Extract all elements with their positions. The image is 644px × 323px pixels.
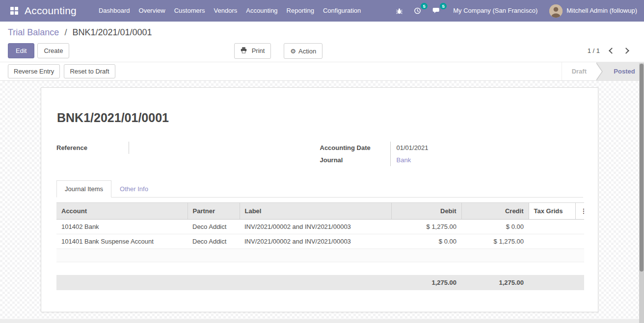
messages-badge: 5	[440, 3, 447, 9]
cell-debit[interactable]: $ 1,275.00	[391, 220, 461, 234]
tab-journal-items[interactable]: Journal Items	[56, 180, 111, 198]
column-header-label[interactable]: Label	[240, 203, 391, 220]
pager-next-button[interactable]	[623, 48, 629, 54]
action-button[interactable]: ⚙Action	[284, 43, 322, 59]
menu-dashboard[interactable]: Dashboard	[94, 0, 134, 22]
reset-to-draft-button[interactable]: Reset to Draft	[64, 64, 115, 78]
gear-icon: ⚙	[290, 48, 296, 55]
top-navbar: Accounting Dashboard Overview Customers …	[0, 0, 644, 22]
breadcrumb: Trial Balance / BNK1/2021/01/0001	[0, 22, 644, 41]
status-arrow-divider	[596, 62, 605, 80]
field-group-left: Reference	[56, 142, 320, 166]
breadcrumb-current: BNK1/2021/01/0001	[72, 27, 152, 37]
vertical-scrollbar-track[interactable]	[639, 63, 644, 323]
column-header-tax-grids[interactable]: Tax Grids	[529, 203, 575, 220]
column-header-credit[interactable]: Credit	[461, 203, 529, 220]
menu-accounting[interactable]: Accounting	[242, 0, 282, 22]
cell-account[interactable]: 101401 Bank Suspense Account	[56, 234, 188, 249]
optional-columns-icon[interactable]: ⋮	[575, 203, 584, 220]
reference-value	[129, 142, 135, 154]
print-button[interactable]: Print	[234, 43, 271, 59]
cell-credit[interactable]: $ 0.00	[461, 220, 529, 234]
user-avatar[interactable]	[549, 4, 563, 18]
pager: 1 / 1	[588, 47, 636, 54]
cell-partner[interactable]: Deco Addict	[188, 220, 240, 234]
accounting-date-label: Accounting Date	[320, 142, 391, 154]
notebook-tabs: Journal Items Other Info	[56, 180, 583, 198]
action-button-label: Action	[298, 48, 316, 55]
create-button[interactable]: Create	[37, 43, 69, 58]
column-header-partner[interactable]: Partner	[188, 203, 240, 220]
navbar-right: 5 5 My Company (San Francisco) Mitchell …	[390, 0, 644, 22]
breadcrumb-separator: /	[61, 27, 70, 37]
menu-overview[interactable]: Overview	[134, 0, 170, 22]
cell-debit[interactable]: $ 0.00	[391, 234, 461, 249]
cell-tax-grids[interactable]	[529, 234, 575, 249]
form-view-background: BNK1/2021/01/0001 Reference Accounting D…	[0, 81, 644, 323]
center-buttons: Print ⚙Action	[234, 43, 322, 59]
edit-button[interactable]: Edit	[8, 43, 34, 58]
journal-items-table: Account Partner Label Debit Credit Tax G…	[56, 202, 584, 262]
apps-grid-icon[interactable]	[10, 7, 18, 15]
menu-reporting[interactable]: Reporting	[282, 0, 319, 22]
vertical-scrollbar-thumb[interactable]	[640, 64, 644, 272]
table-row[interactable]: 101401 Bank Suspense Account Deco Addict…	[56, 234, 584, 249]
print-button-label: Print	[252, 47, 265, 54]
journal-field-row: Journal Bank	[320, 154, 584, 166]
journal-label: Journal	[320, 154, 391, 166]
cell-account[interactable]: 101402 Bank	[56, 220, 188, 234]
control-panel: Edit Create Print ⚙Action 1 / 1	[0, 41, 644, 62]
user-menu[interactable]: Mitchell Admin (followup)	[566, 0, 644, 22]
total-debit: 1,275.00	[391, 275, 461, 290]
form-statusbar: Reverse Entry Reset to Draft Draft Poste…	[0, 62, 644, 81]
pager-previous-button[interactable]	[609, 48, 615, 54]
breadcrumb-parent-link[interactable]: Trial Balance	[8, 27, 59, 37]
empty-table-row[interactable]	[56, 249, 584, 262]
cell-label[interactable]: INV/2021/00002 and INV/2021/00003	[240, 234, 391, 249]
app-brand[interactable]: Accounting	[25, 5, 77, 17]
pager-value: 1 / 1	[588, 47, 600, 54]
cell-partner[interactable]: Deco Addict	[188, 234, 240, 249]
accounting-date-value: 01/01/2021	[391, 142, 429, 154]
status-draft[interactable]: Draft	[562, 62, 596, 80]
messages-chat-icon[interactable]: 5	[427, 0, 446, 22]
accounting-date-field-row: Accounting Date 01/01/2021	[320, 142, 584, 154]
horizontal-scrollbar-track[interactable]	[0, 319, 639, 323]
main-menu: Dashboard Overview Customers Vendors Acc…	[94, 0, 365, 22]
form-sheet: BNK1/2021/01/0001 Reference Accounting D…	[41, 87, 598, 312]
company-switcher[interactable]: My Company (San Francisco)	[446, 0, 544, 22]
table-header-row: Account Partner Label Debit Credit Tax G…	[56, 203, 584, 220]
tab-other-info[interactable]: Other Info	[111, 180, 157, 198]
cell-label[interactable]: INV/2021/00002 and INV/2021/00003	[240, 220, 391, 234]
journal-value-link[interactable]: Bank	[391, 154, 411, 166]
printer-icon	[241, 48, 249, 55]
cell-credit[interactable]: $ 1,275.00	[461, 234, 529, 249]
total-credit: 1,275.00	[461, 275, 529, 290]
debug-bug-icon[interactable]	[390, 0, 408, 22]
field-group-right: Accounting Date 01/01/2021 Journal Bank	[320, 142, 584, 166]
field-groups: Reference Accounting Date 01/01/2021 Jou…	[56, 142, 583, 166]
reference-field-row: Reference	[56, 142, 320, 154]
activities-clock-icon[interactable]: 5	[408, 0, 427, 22]
reverse-entry-button[interactable]: Reverse Entry	[8, 64, 60, 78]
reference-label: Reference	[56, 142, 129, 154]
totals-row: 1,275.00 1,275.00	[56, 275, 584, 290]
cell-tax-grids[interactable]	[529, 220, 575, 234]
column-header-debit[interactable]: Debit	[391, 203, 461, 220]
menu-customers[interactable]: Customers	[170, 0, 210, 22]
menu-vendors[interactable]: Vendors	[210, 0, 242, 22]
table-row[interactable]: 101402 Bank Deco Addict INV/2021/00002 a…	[56, 220, 584, 234]
column-header-account[interactable]: Account	[56, 203, 188, 220]
activities-badge: 5	[421, 3, 428, 9]
menu-configuration[interactable]: Configuration	[319, 0, 365, 22]
entry-title: BNK1/2021/01/0001	[57, 111, 583, 125]
status-widget: Draft Posted	[562, 62, 644, 80]
status-posted[interactable]: Posted	[605, 62, 644, 80]
